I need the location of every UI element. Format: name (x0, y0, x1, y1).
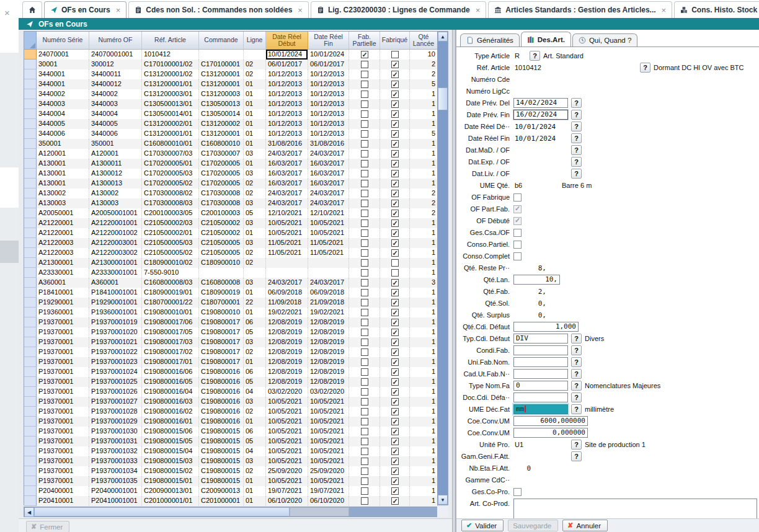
unchecked-checkbox-icon[interactable] (361, 458, 368, 465)
table-row[interactable]: P19370001P19370001032C190800015/04C19080… (24, 446, 437, 456)
table-row[interactable]: P18410001P18410001001C180900019/01C18090… (24, 288, 437, 298)
question-icon[interactable]: ? (571, 145, 582, 155)
checked-checkbox-icon[interactable] (391, 180, 399, 187)
close-icon[interactable]: × (476, 6, 481, 15)
checked-checkbox-icon[interactable] (391, 468, 399, 475)
checked-checkbox-icon[interactable] (391, 408, 399, 415)
row-selector[interactable] (24, 238, 37, 248)
table-row[interactable]: 2407000124070001001101041210/01/202410/0… (24, 50, 437, 60)
field-input[interactable] (513, 357, 568, 367)
column-header-numero-serie[interactable]: Numéro Série (37, 32, 89, 50)
column-header-fabrique[interactable]: Fabriqué (380, 32, 410, 50)
unchecked-checkbox-icon[interactable] (361, 348, 368, 356)
checked-checkbox-icon[interactable] (391, 438, 399, 445)
row-selector[interactable] (24, 466, 37, 476)
checked-checkbox-icon[interactable] (391, 130, 399, 138)
table-row[interactable]: P19360001P19360001001C190800010/01C19080… (24, 308, 437, 317)
table-row[interactable]: A21220003A21220003002C210500005/02C21050… (24, 248, 437, 258)
row-selector[interactable] (24, 139, 37, 149)
row-selector[interactable] (24, 347, 37, 357)
checked-checkbox-icon[interactable] (391, 100, 399, 108)
row-selector[interactable] (24, 268, 37, 278)
field-input[interactable]: 16/02/2024 (513, 110, 568, 120)
column-header-date-reel-debut[interactable]: Date Réel Début (266, 32, 308, 50)
row-selector[interactable] (24, 159, 37, 169)
checked-checkbox-icon[interactable] (391, 388, 399, 396)
checked-checkbox-icon[interactable] (391, 378, 399, 386)
unchecked-checkbox-icon[interactable] (361, 239, 368, 247)
unchecked-checkbox[interactable] (513, 193, 522, 202)
question-icon[interactable]: ? (571, 133, 582, 143)
table-row[interactable]: 350001350001C160800010/01C1608000100131/… (24, 139, 437, 149)
column-header-selector[interactable] (24, 32, 37, 50)
unchecked-checkbox-icon[interactable] (361, 249, 368, 257)
field-input[interactable] (513, 369, 568, 379)
row-selector[interactable] (24, 149, 37, 159)
table-row[interactable]: 34400023440002C131200003/01C131200003011… (24, 89, 437, 99)
unchecked-checkbox-icon[interactable] (361, 180, 368, 187)
close-icon[interactable]: × (4, 7, 10, 18)
table-row[interactable]: A130003A130003C170300008/03C170300008032… (24, 198, 437, 208)
table-row[interactable]: A23330001A233300010017-550-90101 (24, 268, 437, 278)
checked-checkbox-icon[interactable] (391, 458, 399, 465)
close-icon[interactable]: × (116, 6, 121, 15)
row-selector[interactable] (24, 228, 37, 238)
question-icon[interactable]: ? (571, 440, 582, 450)
unchecked-checkbox-icon[interactable] (391, 259, 399, 267)
unchecked-checkbox-icon[interactable] (361, 120, 368, 128)
row-selector[interactable] (24, 50, 37, 60)
table-row[interactable]: A130002A130002C170300008/02C170300008022… (24, 188, 437, 198)
unchecked-checkbox-icon[interactable] (361, 91, 368, 98)
table-row[interactable]: P19370001P19370001029C190800016/01C19080… (24, 417, 437, 427)
scroll-up-icon[interactable]: ▲ (438, 32, 448, 42)
row-selector[interactable] (24, 476, 37, 486)
unchecked-checkbox-icon[interactable] (361, 319, 368, 326)
table-row[interactable]: P20410001P20410001001C201000001/01C20100… (24, 496, 437, 506)
question-icon[interactable]: ? (571, 122, 582, 131)
unchecked-checkbox-icon[interactable] (361, 229, 368, 237)
field-input[interactable]: 10, (513, 275, 560, 285)
unchecked-checkbox-icon[interactable] (361, 210, 368, 217)
unchecked-checkbox[interactable] (513, 488, 522, 496)
row-selector[interactable] (24, 317, 37, 327)
checked-checkbox-icon[interactable] (391, 239, 399, 247)
table-row[interactable]: P19370001P19370001019C190800017/06C19080… (24, 317, 437, 327)
unchecked-checkbox-icon[interactable] (361, 259, 368, 267)
row-selector[interactable] (24, 357, 37, 367)
checked-checkbox-icon[interactable] (391, 71, 399, 78)
row-selector[interactable] (24, 198, 37, 208)
field-input[interactable]: 14/02/2024 (513, 98, 568, 108)
checked-checkbox-icon[interactable] (391, 428, 399, 435)
question-icon[interactable]: ? (640, 63, 650, 73)
column-header-qte-lancee[interactable]: Qté Lancée (410, 32, 438, 50)
table-row[interactable]: A21300001A21300001001C180900010/02C18090… (24, 258, 437, 268)
column-header-ligne[interactable]: Ligne (244, 32, 266, 50)
row-selector[interactable] (24, 218, 37, 228)
row-selector[interactable] (24, 169, 37, 179)
unchecked-checkbox-icon[interactable] (361, 130, 368, 138)
unchecked-checkbox-icon[interactable] (361, 299, 368, 306)
table-row[interactable]: A21220001A21220001002C210500002/01C21050… (24, 228, 437, 238)
question-icon[interactable]: ? (571, 369, 582, 379)
checked-checkbox-icon[interactable] (391, 497, 399, 505)
checked-checkbox-icon[interactable] (391, 299, 399, 306)
unchecked-checkbox-icon[interactable] (361, 289, 368, 296)
unchecked-checkbox-icon[interactable] (361, 497, 368, 505)
checked-checkbox-icon[interactable] (391, 200, 399, 207)
detail-tab-des-art-[interactable]: Des.Art. (521, 32, 571, 47)
row-selector[interactable] (24, 486, 37, 496)
column-header-date-reel-fin[interactable]: Date Réel Fin (308, 32, 349, 50)
unchecked-checkbox-icon[interactable] (361, 190, 368, 197)
table-row[interactable]: P19370001P19370001025C190800016/05C19080… (24, 377, 437, 387)
checked-checkbox-icon[interactable] (391, 358, 399, 366)
row-selector[interactable] (24, 308, 37, 317)
table-row[interactable]: A20050001A20050001001C200100003/05C20010… (24, 208, 437, 218)
checked-checkbox-icon[interactable] (391, 110, 399, 118)
unchecked-checkbox-icon[interactable] (361, 468, 368, 475)
question-icon[interactable]: ? (571, 381, 582, 391)
row-selector[interactable] (24, 446, 37, 456)
unchecked-checkbox-icon[interactable] (361, 170, 368, 177)
row-selector[interactable] (24, 79, 37, 89)
field-input[interactable]: 6000,000000 (513, 416, 588, 426)
checked-checkbox-icon[interactable] (391, 477, 399, 485)
